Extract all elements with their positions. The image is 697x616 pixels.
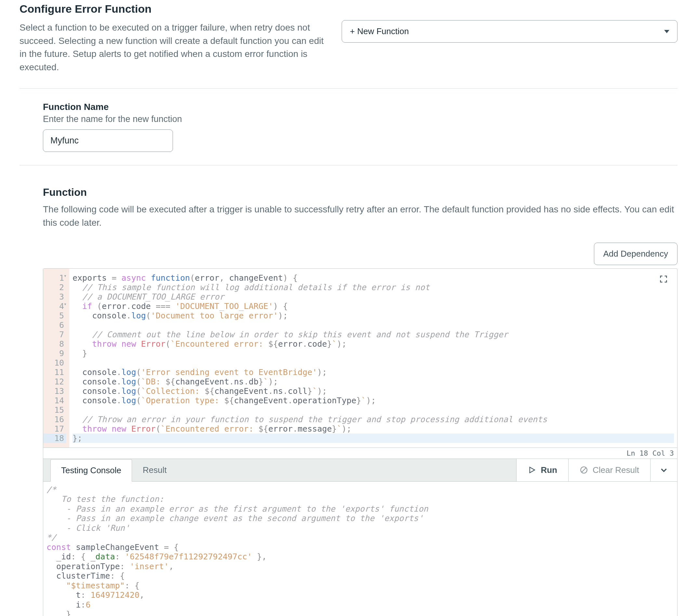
code-editor[interactable]: 123456789101112131415161718 exports = as… [43, 268, 678, 448]
page-title: Configure Error Function [19, 3, 329, 15]
caret-down-icon [664, 30, 669, 33]
svg-line-2 [582, 468, 586, 472]
divider [19, 88, 678, 89]
run-label: Run [540, 465, 557, 475]
editor-code[interactable]: exports = async function(error, changeEv… [69, 269, 677, 448]
function-name-hint: Enter the name for the new function [43, 114, 678, 124]
function-section-title: Function [43, 186, 678, 199]
tab-testing-console[interactable]: Testing Console [50, 459, 132, 482]
function-section-description: The following code will be executed afte… [43, 203, 678, 229]
console-body[interactable]: /* To test the function: - Pass in an ex… [43, 482, 678, 616]
function-name-input[interactable] [43, 130, 173, 152]
function-name-label: Function Name [43, 102, 678, 112]
collapse-console-button[interactable] [650, 459, 677, 481]
editor-gutter: 123456789101112131415161718 [43, 269, 69, 448]
dropdown-label: + New Function [350, 26, 409, 36]
fullscreen-icon[interactable] [659, 275, 668, 285]
run-button[interactable]: Run [516, 459, 568, 481]
clear-result-button[interactable]: Clear Result [568, 459, 650, 481]
tab-result[interactable]: Result [132, 459, 178, 481]
console-toolbar: Testing Console Result Run Clear Result [43, 459, 678, 482]
page-description: Select a function to be executed on a tr… [19, 21, 329, 74]
clear-result-label: Clear Result [593, 465, 639, 475]
editor-status: Ln 18 Col 3 [43, 448, 678, 459]
divider [19, 165, 678, 165]
add-dependency-button[interactable]: Add Dependency [594, 243, 678, 265]
svg-marker-0 [530, 467, 535, 472]
new-function-dropdown[interactable]: + New Function [342, 20, 678, 43]
